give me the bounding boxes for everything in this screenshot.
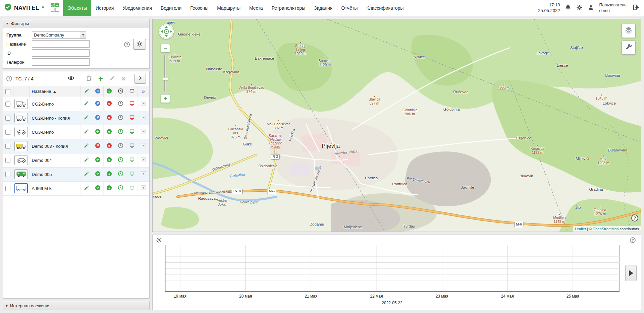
timeline-settings-button[interactable] xyxy=(156,237,162,244)
follow-play-button[interactable] xyxy=(138,167,149,181)
nav-tab[interactable]: Места xyxy=(245,0,267,16)
vehicle-row[interactable]: CG2-Demo - КопияP xyxy=(3,111,149,125)
nav-tab[interactable]: Задания xyxy=(310,0,337,16)
edit-pencil-icon[interactable] xyxy=(81,181,92,195)
add-vehicle-button[interactable]: + xyxy=(96,74,105,83)
follow-play-button[interactable] xyxy=(138,153,149,167)
follow-play-button[interactable] xyxy=(138,181,149,195)
nav-tab[interactable]: Водители xyxy=(156,0,186,16)
map-canvas[interactable]: ajeviGagine klekeCrkvišta 919 mBakrenjač… xyxy=(152,19,641,232)
logo: NAVITEL ✱ xyxy=(4,3,44,12)
row-checkbox[interactable] xyxy=(5,186,10,191)
signal-status-icon xyxy=(104,153,115,167)
vehicle-row[interactable]: CG3-Demo xyxy=(3,125,149,139)
connection-column-header[interactable] xyxy=(126,86,138,97)
nav-tab[interactable]: Отчёты xyxy=(337,0,362,16)
name-filter-label: Название xyxy=(6,42,32,47)
vehicle-name[interactable]: Demo 003 - Копия xyxy=(29,139,81,153)
filters-settings-button[interactable] xyxy=(133,39,146,50)
map-help-button[interactable]: ? xyxy=(631,214,638,222)
edit-pencil-icon[interactable] xyxy=(81,125,92,139)
name-column-header[interactable]: Название xyxy=(29,86,81,97)
row-checkbox[interactable] xyxy=(5,102,10,107)
movement-column-header[interactable] xyxy=(92,86,104,97)
select-dropdown-button[interactable] xyxy=(80,32,86,38)
edit-vehicle-button[interactable] xyxy=(108,74,116,83)
edit-pencil-icon[interactable] xyxy=(81,97,92,111)
edit-pencil-icon[interactable] xyxy=(81,111,92,125)
vehicles-help-icon[interactable]: ? xyxy=(6,76,12,81)
signal-status-icon xyxy=(104,139,115,153)
map-layers-button[interactable] xyxy=(622,24,636,38)
copy-button[interactable] xyxy=(85,74,94,83)
follow-play-button[interactable] xyxy=(138,139,149,153)
tracking-interval-header[interactable]: Интервал слежения xyxy=(3,301,149,310)
edit-pencil-icon[interactable] xyxy=(81,139,92,153)
vehicle-name[interactable]: Demo 004 xyxy=(29,153,81,167)
gear-icon xyxy=(137,41,143,48)
row-checkbox[interactable] xyxy=(5,130,10,135)
time-column-header[interactable] xyxy=(115,86,126,97)
row-checkbox[interactable] xyxy=(5,144,10,149)
phone-filter-input[interactable] xyxy=(32,58,90,66)
map-pan-control[interactable] xyxy=(159,24,174,39)
vehicle-name[interactable]: CG2-Demo xyxy=(29,97,81,111)
follow-play-button[interactable] xyxy=(138,125,149,139)
last-time-status-icon xyxy=(115,153,126,167)
follow-play-button[interactable] xyxy=(138,97,149,111)
vehicle-row[interactable]: Demo 005 xyxy=(3,167,149,181)
connection-status-icon xyxy=(126,139,138,153)
vehicle-row[interactable]: Demo 003 - КопияP xyxy=(3,139,149,153)
delete-vehicle-button[interactable]: × xyxy=(119,74,128,83)
zoom-slider[interactable] xyxy=(164,55,166,92)
nav-tab[interactable]: Уведомления xyxy=(118,0,156,16)
vehicle-row[interactable]: Demo 004 xyxy=(3,153,149,167)
vehicle-name[interactable]: Demo 005 xyxy=(29,167,81,181)
nav-tab[interactable]: Ретрансляторы xyxy=(267,0,310,16)
plus-icon: + xyxy=(98,75,103,83)
edit-pencil-icon[interactable] xyxy=(81,153,92,167)
select-all-checkbox[interactable] xyxy=(5,89,10,94)
filters-help-icon[interactable]: ? xyxy=(124,42,130,47)
logout-button[interactable] xyxy=(633,4,639,12)
nav-tab[interactable]: История xyxy=(91,0,118,16)
more-columns-header[interactable]: » xyxy=(138,86,149,97)
name-filter-input[interactable] xyxy=(32,40,90,48)
expand-panel-button[interactable] xyxy=(135,74,146,84)
filters-panel-header[interactable]: Фильтры xyxy=(3,19,149,28)
timeline-help-icon[interactable]: ? xyxy=(630,237,636,243)
id-filter-input[interactable] xyxy=(32,49,90,57)
vehicle-name[interactable]: CG2-Demo - Копия xyxy=(29,111,81,125)
nav-tab[interactable]: Маршруты xyxy=(213,0,245,16)
vehicle-row[interactable]: А 969 М К xyxy=(3,181,149,195)
nav-tab[interactable]: Классификаторы xyxy=(362,0,408,16)
vehicle-row[interactable]: CG2-DemoP xyxy=(3,97,149,111)
edit-column-header[interactable] xyxy=(81,86,92,97)
leaflet-link[interactable]: Leaflet xyxy=(575,227,586,231)
row-checkbox[interactable] xyxy=(5,116,10,121)
edit-pencil-icon[interactable] xyxy=(81,167,92,181)
nav-tab[interactable]: Геозоны xyxy=(186,0,213,16)
user-account-button[interactable] xyxy=(588,4,594,12)
nav-tab[interactable]: Объекты xyxy=(63,0,91,16)
row-checkbox[interactable] xyxy=(5,158,10,163)
follow-play-button[interactable] xyxy=(138,111,149,125)
row-checkbox[interactable] xyxy=(5,172,10,177)
osm-link[interactable]: OpenStreetMap xyxy=(593,227,619,231)
vehicle-name[interactable]: CG3-Demo xyxy=(29,125,81,139)
settings-gear-button[interactable] xyxy=(576,4,583,12)
map-tools-button[interactable] xyxy=(622,41,636,55)
zoom-out-button[interactable]: − xyxy=(161,44,170,53)
signal-column-header[interactable] xyxy=(104,86,115,97)
notifications-bell-button[interactable] xyxy=(565,4,571,12)
group-select[interactable]: DemoCompany xyxy=(32,31,86,39)
road-ref-badge: R-18 xyxy=(232,189,243,194)
vehicle-name[interactable]: А 969 М К xyxy=(29,181,81,195)
zoom-slider-handle[interactable] xyxy=(163,78,168,80)
objects-grid-toggle-button[interactable] xyxy=(49,2,60,14)
gear-icon xyxy=(156,237,162,243)
timeline-play-button[interactable] xyxy=(625,265,637,281)
zoom-in-button[interactable]: + xyxy=(161,94,170,103)
visibility-eye-button[interactable] xyxy=(67,74,75,83)
movement-status-icon xyxy=(92,153,104,167)
